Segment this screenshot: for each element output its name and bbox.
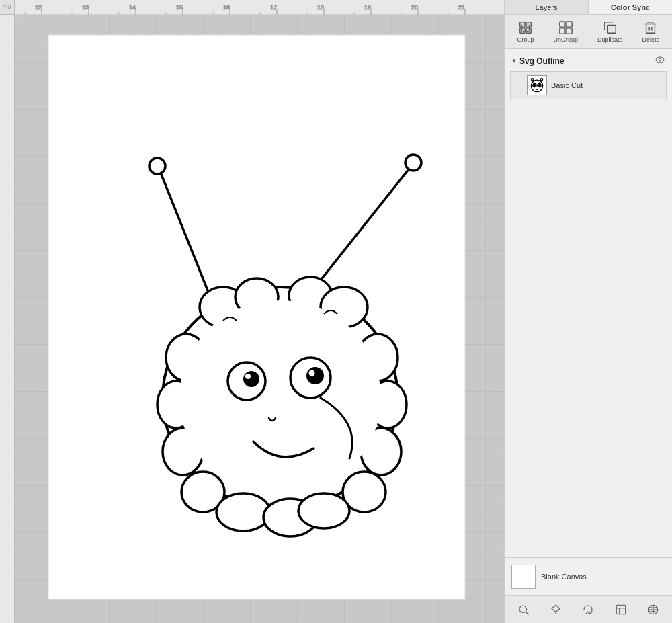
svg-rect-77 [566, 22, 572, 27]
svg-text:20: 20 [411, 4, 418, 11]
tab-layers[interactable]: Layers [505, 0, 589, 14]
svg-text:16: 16 [223, 4, 230, 11]
svg-text:12: 12 [35, 4, 42, 11]
vertical-ruler [0, 15, 15, 623]
panel-toolbar: Group UnGroup Duplicate [505, 15, 672, 49]
svg-text:14: 14 [129, 4, 136, 11]
ungroup-button[interactable]: UnGroup [550, 19, 581, 44]
panel-tabs: Layers Color Sync [505, 0, 672, 15]
footer-tool-5[interactable] [644, 600, 663, 619]
svg-point-87 [531, 79, 533, 81]
canvas-area: Y U 12 13 14 15 16 [0, 0, 504, 623]
svg-rect-72 [526, 22, 531, 27]
svg-text:13: 13 [82, 4, 89, 11]
svg-rect-75 [521, 24, 529, 32]
delete-button[interactable]: Delete [639, 19, 662, 44]
svg-rect-80 [607, 25, 616, 33]
svg-line-95 [526, 612, 529, 615]
layers-content: ▼ Svg Outline [505, 49, 672, 557]
svg-point-44 [405, 155, 421, 171]
svg-point-91 [534, 85, 536, 87]
svg-point-42 [149, 158, 165, 174]
group-button[interactable]: Group [514, 19, 536, 44]
svg-text:15: 15 [176, 4, 183, 11]
blank-canvas-thumbnail [511, 565, 536, 589]
horizontal-ruler: 12 13 14 15 16 17 18 19 20 [15, 0, 504, 15]
svg-rect-74 [526, 28, 531, 33]
ruler-corner: Y U [0, 0, 15, 15]
layer-item-basic-cut[interactable]: Basic Cut [510, 71, 667, 99]
svg-rect-76 [560, 22, 565, 27]
svg-point-64 [179, 300, 381, 495]
svg-point-66 [243, 371, 259, 387]
layer-thumbnail [527, 75, 547, 95]
svg-point-69 [306, 367, 324, 384]
svg-point-67 [245, 374, 251, 379]
layer-group-header[interactable]: ▼ Svg Outline [507, 52, 669, 70]
svg-point-94 [519, 606, 527, 613]
right-panel: Layers Color Sync Group [504, 0, 672, 623]
svg-point-63 [298, 493, 349, 528]
chevron-icon: ▼ [511, 58, 517, 64]
svg-rect-79 [566, 28, 572, 34]
svg-text:21: 21 [458, 4, 465, 11]
layer-group-svg-outline: ▼ Svg Outline [507, 52, 669, 99]
footer-tool-2[interactable] [546, 600, 565, 619]
svg-point-93 [538, 85, 540, 87]
svg-point-61 [216, 493, 270, 531]
svg-point-84 [659, 58, 661, 61]
svg-rect-73 [520, 28, 525, 33]
footer-tool-4[interactable] [612, 600, 630, 619]
duplicate-button[interactable]: Duplicate [595, 19, 626, 44]
panel-bottom: Blank Canvas [505, 557, 672, 595]
tab-color-sync[interactable]: Color Sync [589, 0, 672, 14]
footer-tool-1[interactable] [514, 600, 533, 619]
svg-text:18: 18 [317, 4, 324, 11]
svg-text:19: 19 [364, 4, 371, 11]
main-canvas[interactable] [15, 15, 504, 623]
panel-footer-tools [505, 595, 672, 623]
svg-point-70 [309, 370, 315, 376]
svg-rect-32 [0, 15, 15, 623]
svg-rect-97 [616, 605, 626, 614]
svg-point-89 [540, 79, 542, 81]
visibility-icon[interactable] [655, 54, 665, 67]
svg-point-83 [656, 57, 664, 63]
svg-rect-78 [560, 28, 565, 34]
svg-text:17: 17 [270, 4, 277, 11]
svg-rect-71 [520, 22, 525, 27]
footer-tool-3[interactable] [579, 600, 597, 619]
